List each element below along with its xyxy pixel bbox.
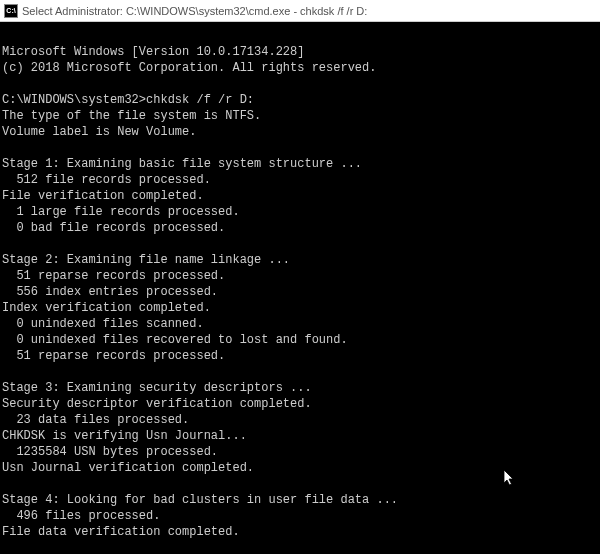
terminal-line: Volume label is New Volume. bbox=[2, 125, 196, 139]
terminal-line: Index verification completed. bbox=[2, 301, 211, 315]
terminal-line: 496 files processed. bbox=[2, 509, 160, 523]
terminal-line: 512 file records processed. bbox=[2, 173, 211, 187]
terminal-line: 51 reparse records processed. bbox=[2, 269, 225, 283]
terminal-line: Stage 4: Looking for bad clusters in use… bbox=[2, 493, 398, 507]
terminal-line: Stage 2: Examining file name linkage ... bbox=[2, 253, 290, 267]
mouse-cursor-icon bbox=[504, 470, 516, 488]
terminal-line: CHKDSK is verifying Usn Journal... bbox=[2, 429, 247, 443]
terminal-line: 556 index entries processed. bbox=[2, 285, 218, 299]
terminal-line: Security descriptor verification complet… bbox=[2, 397, 312, 411]
terminal-line: The type of the file system is NTFS. bbox=[2, 109, 261, 123]
terminal-line: File data verification completed. bbox=[2, 525, 240, 539]
terminal-line: 0 bad file records processed. bbox=[2, 221, 225, 235]
terminal-line: 1 large file records processed. bbox=[2, 205, 240, 219]
terminal-line: C:\WINDOWS\system32>chkdsk /f /r D: bbox=[2, 93, 254, 107]
terminal-line: 23 data files processed. bbox=[2, 413, 189, 427]
terminal-line: 0 unindexed files scanned. bbox=[2, 317, 204, 331]
terminal-line: 1235584 USN bytes processed. bbox=[2, 445, 218, 459]
terminal-line: Usn Journal verification completed. bbox=[2, 461, 254, 475]
terminal-line: 0 unindexed files recovered to lost and … bbox=[2, 333, 348, 347]
terminal-line: File verification completed. bbox=[2, 189, 204, 203]
terminal-line: 51 reparse records processed. bbox=[2, 349, 225, 363]
terminal-line: Stage 1: Examining basic file system str… bbox=[2, 157, 362, 171]
terminal-line: (c) 2018 Microsoft Corporation. All righ… bbox=[2, 61, 376, 75]
terminal-line: Stage 3: Examining security descriptors … bbox=[2, 381, 312, 395]
window-title: Select Administrator: C:\WINDOWS\system3… bbox=[22, 5, 596, 17]
window-titlebar[interactable]: C:\ Select Administrator: C:\WINDOWS\sys… bbox=[0, 0, 600, 22]
terminal-output[interactable]: Microsoft Windows [Version 10.0.17134.22… bbox=[0, 22, 600, 554]
terminal-line: Microsoft Windows [Version 10.0.17134.22… bbox=[2, 45, 304, 59]
cmd-icon: C:\ bbox=[4, 4, 18, 18]
